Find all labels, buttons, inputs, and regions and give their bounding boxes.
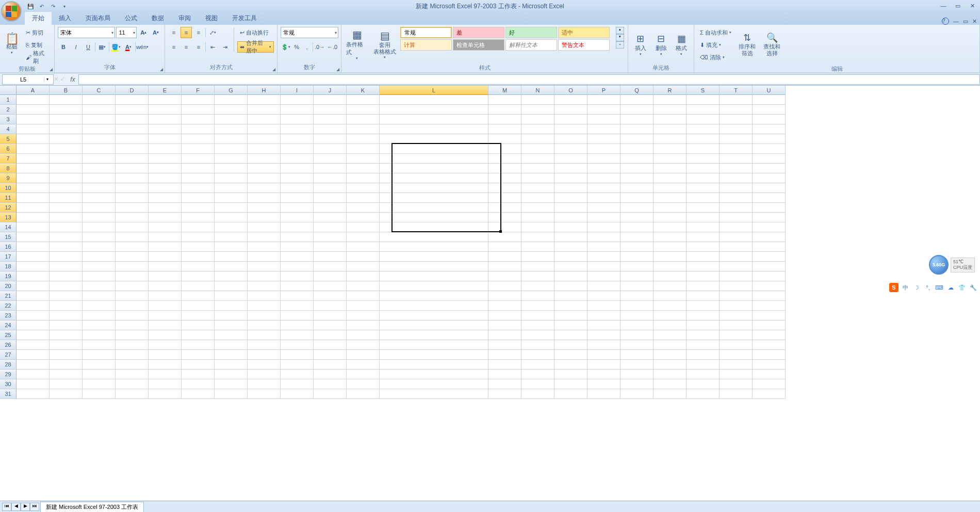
name-box[interactable]: ▾ — [2, 74, 54, 85]
ribbon-close-button[interactable]: ✕ — [972, 18, 977, 25]
column-header[interactable]: Q — [620, 86, 654, 95]
row-header[interactable]: 11 — [0, 193, 17, 203]
style-cell[interactable]: 解释性文本 — [505, 39, 557, 51]
orientation-button[interactable]: ⤢▾ — [207, 27, 218, 38]
column-header[interactable]: U — [753, 86, 786, 95]
underline-button[interactable]: U — [83, 41, 94, 53]
scroll-down-icon[interactable]: ▾ — [616, 34, 624, 41]
ime-cloud-icon[interactable]: ☁ — [946, 283, 955, 292]
align-right-button[interactable]: ≡ — [193, 41, 204, 53]
tab-formulas[interactable]: 公式 — [118, 12, 144, 25]
row-header[interactable]: 3 — [0, 115, 17, 124]
find-select-button[interactable]: 🔍查找和 选择 — [761, 27, 783, 62]
redo-icon[interactable]: ↷ — [48, 2, 58, 11]
row-header[interactable]: 17 — [0, 252, 17, 262]
wrap-text-button[interactable]: ↩自动换行 — [237, 27, 274, 38]
formula-input[interactable] — [78, 74, 980, 85]
column-header[interactable]: S — [687, 86, 720, 95]
column-header[interactable]: A — [17, 86, 50, 95]
dialog-launcher-icon[interactable]: ◢ — [272, 67, 275, 72]
ime-moon-icon[interactable]: ☽ — [912, 283, 921, 292]
row-header[interactable]: 29 — [0, 370, 17, 379]
ime-keyboard-icon[interactable]: ⌨ — [935, 283, 944, 292]
font-name-combo[interactable]: 宋体▾ — [58, 27, 115, 38]
sort-filter-button[interactable]: ⇅排序和 筛选 — [736, 27, 759, 62]
tab-view[interactable]: 视图 — [198, 12, 225, 25]
decrease-indent-button[interactable]: ⇤ — [207, 41, 218, 53]
ribbon-restore-button[interactable]: ▭ — [963, 18, 968, 25]
column-header[interactable]: D — [116, 86, 149, 95]
conditional-format-button[interactable]: ▦条件格式▾ — [345, 27, 369, 62]
bold-button[interactable]: B — [58, 41, 69, 53]
ime-shirt-icon[interactable]: 👕 — [957, 283, 967, 292]
style-cell[interactable]: 好 — [505, 27, 557, 38]
row-header[interactable]: 31 — [0, 389, 17, 399]
row-header[interactable]: 30 — [0, 379, 17, 389]
column-header[interactable]: P — [587, 86, 620, 95]
style-cell[interactable]: 差 — [453, 27, 504, 38]
ime-tool-icon[interactable]: 🔧 — [969, 283, 978, 292]
tab-pagelayout[interactable]: 页面布局 — [78, 12, 118, 25]
currency-button[interactable]: 💲▾ — [281, 41, 291, 53]
fill-color-button[interactable]: 🪣▾ — [110, 41, 122, 53]
format-cells-button[interactable]: ▦格式▾ — [672, 27, 691, 62]
increase-indent-button[interactable]: ⇥ — [219, 41, 231, 53]
fx-button[interactable]: fx — [67, 76, 78, 83]
sheet-first-icon[interactable]: ⏮ — [2, 503, 11, 511]
decrease-decimal-button[interactable]: ←.0 — [326, 41, 338, 53]
column-header[interactable]: N — [521, 86, 554, 95]
cut-button[interactable]: ✂剪切 — [23, 27, 51, 38]
row-header[interactable]: 19 — [0, 271, 17, 281]
chevron-down-icon[interactable]: ▾ — [44, 77, 51, 82]
sogou-icon[interactable]: S — [889, 283, 899, 292]
qat-dropdown-icon[interactable]: ▾ — [60, 2, 69, 11]
row-header[interactable]: 1 — [0, 95, 17, 105]
ime-punct-icon[interactable]: °, — [923, 283, 933, 292]
row-header[interactable]: 16 — [0, 242, 17, 252]
column-header[interactable]: K — [347, 86, 380, 95]
tab-insert[interactable]: 插入 — [52, 12, 78, 25]
scroll-more-icon[interactable]: ⌄ — [616, 41, 624, 49]
align-bottom-button[interactable]: ≡ — [193, 27, 204, 38]
dialog-launcher-icon[interactable]: ◢ — [160, 67, 163, 72]
row-header[interactable]: 22 — [0, 301, 17, 311]
column-header[interactable]: L — [380, 86, 488, 95]
column-header[interactable]: F — [182, 86, 215, 95]
insert-cells-button[interactable]: ⊞插入▾ — [631, 27, 650, 62]
font-size-combo[interactable]: 11▾ — [116, 27, 137, 38]
column-header[interactable]: I — [281, 86, 314, 95]
column-header[interactable]: R — [654, 86, 687, 95]
save-icon[interactable]: 💾 — [26, 2, 35, 11]
align-left-button[interactable]: ≡ — [168, 41, 179, 53]
row-header[interactable]: 13 — [0, 213, 17, 222]
style-cell[interactable]: 计算 — [400, 39, 452, 51]
column-header[interactable]: T — [720, 86, 753, 95]
row-header[interactable]: 18 — [0, 262, 17, 271]
row-header[interactable]: 25 — [0, 330, 17, 340]
format-painter-button[interactable]: 🖌格式刷 — [23, 52, 51, 63]
cpu-widget[interactable]: 3.60G 51℃CPU温度 — [929, 255, 975, 275]
tab-home[interactable]: 开始 — [25, 12, 52, 25]
column-header[interactable]: G — [215, 86, 248, 95]
row-header[interactable]: 8 — [0, 164, 17, 173]
office-button[interactable] — [1, 1, 22, 22]
column-header[interactable]: M — [488, 86, 521, 95]
increase-decimal-button[interactable]: .0→ — [314, 41, 325, 53]
copy-button[interactable]: ⎘复制 — [23, 39, 51, 51]
style-cell[interactable]: 常规 — [400, 27, 452, 38]
undo-icon[interactable]: ↶ — [37, 2, 46, 11]
name-box-input[interactable] — [3, 76, 44, 83]
row-header[interactable]: 28 — [0, 360, 17, 370]
dialog-launcher-icon[interactable]: ◢ — [336, 67, 339, 72]
column-header[interactable]: E — [149, 86, 182, 95]
align-middle-button[interactable]: ≡ — [181, 27, 192, 38]
clear-button[interactable]: ⌫清除▾ — [697, 52, 734, 63]
sheet-next-icon[interactable]: ▶ — [21, 503, 30, 511]
tab-developer[interactable]: 开发工具 — [225, 12, 264, 25]
row-header[interactable]: 20 — [0, 281, 17, 291]
percent-button[interactable]: % — [292, 41, 301, 53]
row-header[interactable]: 4 — [0, 124, 17, 134]
cells-area[interactable] — [17, 95, 786, 399]
column-header[interactable]: O — [554, 86, 587, 95]
fill-button[interactable]: ⬇填充▾ — [697, 39, 734, 51]
